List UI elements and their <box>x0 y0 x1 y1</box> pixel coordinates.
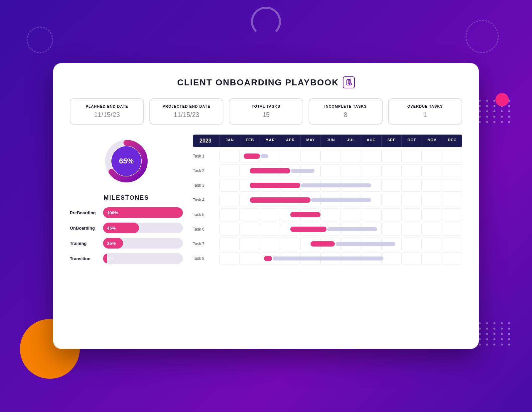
bg-dot <box>493 322 495 324</box>
bg-dot <box>486 333 488 335</box>
gantt-cell <box>442 252 462 265</box>
gantt-bar-gray <box>301 183 371 187</box>
gantt-cell <box>341 208 361 221</box>
bg-dot <box>493 121 495 123</box>
gantt-bar-pink <box>264 256 272 261</box>
gantt-row-task-3: Task 3 <box>193 179 462 192</box>
bg-dot <box>508 322 510 324</box>
bg-dot <box>479 116 481 118</box>
bg-dot <box>479 110 481 112</box>
gantt-cell <box>240 238 260 250</box>
gantt-cell <box>260 238 280 250</box>
gantt-bar-pink <box>250 168 290 173</box>
bg-dot <box>486 121 488 123</box>
bg-dot <box>501 328 503 330</box>
progress-bar-fill: 25% <box>103 238 123 249</box>
progress-bar-container: 25% <box>103 238 183 249</box>
gantt-cell <box>219 208 240 221</box>
gantt-cell <box>381 150 402 162</box>
gantt-cell <box>240 208 260 221</box>
gantt-month-jun: JUN <box>321 135 341 147</box>
gantt-task-label: Task 8 <box>193 256 219 261</box>
bg-dot <box>486 328 488 330</box>
bg-circle-pink <box>495 93 509 106</box>
stat-label: OVERDUE TASKS <box>395 104 455 108</box>
bg-dot <box>486 338 488 340</box>
bg-dot <box>508 344 510 346</box>
gantt-cell <box>300 150 321 162</box>
bg-dot <box>493 328 495 330</box>
gantt-bar-progress <box>311 241 396 247</box>
gantt-bar-gray <box>327 227 377 231</box>
gantt-cell <box>361 150 381 162</box>
progress-bar-fill: 100% <box>103 207 183 218</box>
gantt-cell <box>381 194 402 206</box>
gantt-task-label: Task 5 <box>193 212 219 217</box>
stat-value: 1 <box>395 111 455 119</box>
milestone-name: Transition <box>70 256 100 261</box>
gantt-row-task-6: Task 6 <box>193 223 462 236</box>
bg-dot <box>486 116 488 118</box>
gantt-cell <box>401 194 422 206</box>
milestone-name: OnBoarding <box>70 226 100 231</box>
gantt-task-label: Task 3 <box>193 183 219 188</box>
bg-dot <box>493 333 495 335</box>
gantt-cell <box>422 238 442 250</box>
donut-chart-container: 65% <box>70 135 183 188</box>
gantt-header: 2023 JANFEBMARAPRMAYJUNJULAUGSEPOCTNOVDE… <box>193 135 462 147</box>
gantt-bar-progress <box>250 197 371 203</box>
gantt-cell <box>280 150 300 162</box>
milestone-item-preboarding: PreBoarding 100% <box>70 207 183 218</box>
gantt-bar-progress <box>250 183 371 188</box>
page-title: CLIENT ONBOARDING PLAYBOOK <box>177 77 339 88</box>
gantt-month-aug: AUG <box>361 135 381 147</box>
bg-dot <box>493 338 495 340</box>
gantt-bar-pink <box>290 212 321 217</box>
gantt-cell <box>442 208 462 221</box>
bg-dot <box>486 100 488 102</box>
gantt-bar-gray <box>335 242 396 246</box>
progress-bar-container: 5% <box>103 253 183 264</box>
bg-dot <box>479 333 481 335</box>
gantt-month-nov: NOV <box>422 135 442 147</box>
gantt-cell <box>381 223 402 236</box>
gantt-cell <box>219 164 240 177</box>
gantt-cell <box>219 223 240 236</box>
gantt-cell <box>401 208 422 221</box>
bg-dot <box>508 121 510 123</box>
gantt-cell <box>361 164 381 177</box>
stat-card-incomplete-tasks: INCOMPLETE TASKS 8 <box>309 98 383 125</box>
gantt-panel: 2023 JANFEBMARAPRMAYJUNJULAUGSEPOCTNOVDE… <box>193 135 462 268</box>
gantt-grid-area <box>219 208 462 221</box>
bg-dot <box>479 344 481 346</box>
bg-dot <box>501 116 503 118</box>
milestone-list: PreBoarding 100% OnBoarding 45% Training… <box>70 207 183 264</box>
gantt-cell <box>422 194 442 206</box>
gantt-cell <box>361 208 381 221</box>
progress-bar-container: 100% <box>103 207 183 218</box>
gantt-cell <box>381 252 402 265</box>
gantt-cell <box>422 252 442 265</box>
bg-dot <box>493 116 495 118</box>
gantt-cell <box>240 252 260 265</box>
gantt-bar-gray <box>311 198 371 202</box>
gantt-month-may: MAY <box>300 135 321 147</box>
milestone-item-onboarding: OnBoarding 45% <box>70 223 183 233</box>
stat-label: TOTAL TASKS <box>236 104 296 108</box>
gantt-cell <box>401 238 422 250</box>
bg-dot <box>508 338 510 340</box>
stat-card-overdue-tasks: OVERDUE TASKS 1 <box>388 98 462 125</box>
bg-dot <box>479 121 481 123</box>
stat-card-planned-end-date: PLANNED END DATE 11/15/23 <box>70 98 144 125</box>
gantt-cell <box>381 208 402 221</box>
gantt-cell <box>381 164 402 177</box>
gantt-month-jul: JUL <box>341 135 361 147</box>
gantt-bar-pink <box>250 183 300 188</box>
bg-decoration-circle-top <box>251 7 281 37</box>
gantt-cell <box>219 252 240 265</box>
milestones-panel: 65% MILESTONES PreBoarding 100% OnBoardi… <box>70 135 183 268</box>
card-header: CLIENT ONBOARDING PLAYBOOK <box>70 76 462 88</box>
bg-dot <box>501 322 503 324</box>
gantt-cell <box>422 150 442 162</box>
gantt-cell <box>240 223 260 236</box>
